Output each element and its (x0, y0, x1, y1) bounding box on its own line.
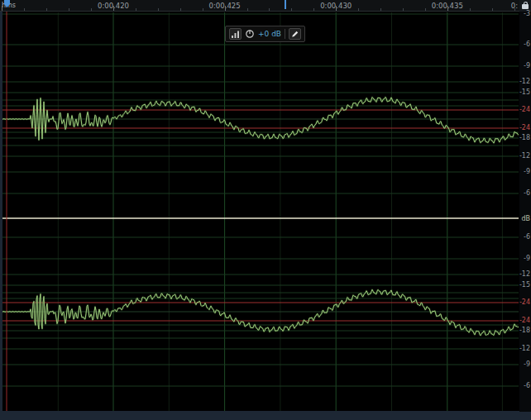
db-label: -6 (524, 383, 530, 389)
marker-tick[interactable] (285, 0, 286, 9)
db-label: -12 (519, 153, 530, 160)
db-label: -9 (524, 169, 530, 175)
ruler-tick (291, 8, 292, 11)
db-label: -9 (524, 361, 530, 368)
timeline-ruler[interactable]: hms 0: 0:00.4200:00.4250:00.4300:00.435 (0, 0, 519, 12)
db-label: -24 (519, 125, 530, 131)
ruler-tick (470, 8, 471, 11)
pen-icon (290, 30, 299, 39)
db-label: -12 (519, 271, 530, 278)
ruler-tick (447, 6, 448, 11)
ruler-tick (514, 8, 515, 11)
db-label: -18 (519, 135, 530, 141)
waveform-editor: hms 0: 0:00.4200:00.4250:00.4300:00.435 … (0, 0, 531, 420)
ruler-tick (336, 6, 337, 11)
levels-button[interactable] (229, 28, 242, 40)
db-label: -3 (524, 11, 530, 17)
db-label: -9 (524, 63, 530, 69)
ruler-tick (380, 8, 381, 11)
ruler-tick (24, 8, 25, 11)
horizontal-scrollbar[interactable] (0, 411, 531, 420)
ruler-tick (203, 8, 203, 11)
pen-button[interactable] (289, 28, 301, 40)
db-label: -6 (524, 190, 530, 197)
db-label: -15 (519, 89, 530, 96)
db-label: -12 (519, 79, 530, 85)
ruler-tick (136, 8, 136, 11)
ruler-tick (46, 8, 47, 11)
knob-icon[interactable] (245, 29, 255, 39)
hud-separator (285, 29, 285, 39)
ruler-tick (492, 8, 493, 11)
db-unit-label: dB (521, 215, 530, 222)
padlock-icon (522, 4, 529, 9)
db-label: -24 (519, 107, 530, 113)
ruler-tick (225, 6, 226, 11)
db-label: -6 (524, 41, 530, 48)
db-label: -6 (524, 234, 530, 241)
ruler-tick (403, 8, 404, 11)
ruler-tick (158, 8, 159, 11)
panel-edge-left (0, 12, 2, 412)
levels-icon (231, 30, 240, 39)
db-label: -18 (519, 327, 530, 334)
ruler-tick (69, 8, 69, 11)
db-label: -9 (524, 255, 530, 262)
ruler-tick (2, 6, 2, 11)
ruler-tick (91, 8, 92, 11)
ruler-tick (269, 8, 270, 11)
ruler-tick (425, 8, 426, 11)
amplitude-ruler[interactable]: dB -3-6-9-12-15-24-24-18-12-9-6-6-9-12-1… (519, 12, 531, 412)
ruler-tick (113, 6, 114, 11)
waveform-canvas[interactable] (0, 0, 531, 420)
ruler-tick (358, 8, 359, 11)
gain-value[interactable]: +0 dB (258, 30, 281, 38)
ruler-tick (313, 8, 314, 11)
ruler-tick (180, 8, 181, 11)
ruler-tick (247, 8, 248, 11)
db-label: -12 (519, 346, 530, 352)
db-label: -15 (519, 282, 530, 289)
db-label: -24 (519, 317, 530, 324)
volume-hud: +0 dB (225, 26, 305, 42)
db-label: -24 (519, 299, 530, 306)
